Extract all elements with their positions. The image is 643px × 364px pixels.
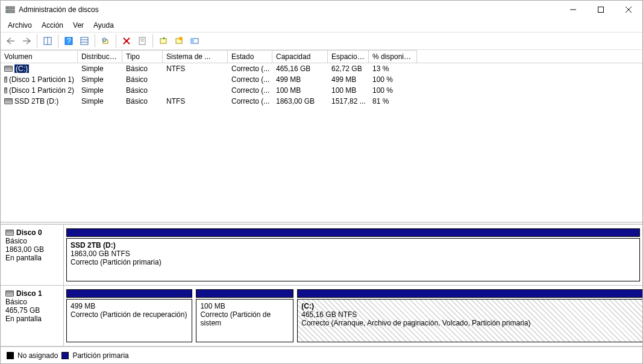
table-row[interactable]: (C:)SimpleBásicoNTFSCorrecto (...465,16 … — [1, 63, 642, 74]
volume-icon — [4, 87, 7, 93]
toolbar-separator — [37, 34, 37, 48]
back-button[interactable] — [4, 34, 17, 48]
table-header: Volumen Distribución Tipo Sistema de ...… — [1, 50, 642, 63]
table-row[interactable]: SSD 2TB (D:)SimpleBásicoNTFSCorrecto (..… — [1, 96, 642, 107]
partition-box[interactable]: SSD 2TB (D:)1863,00 GB NTFSCorrecto (Par… — [66, 238, 640, 281]
toolbar-separator — [58, 34, 58, 48]
cell-disponible: 100 % — [369, 75, 417, 84]
menu-ayuda[interactable]: Ayuda — [90, 20, 118, 31]
legend-unallocated-swatch — [7, 352, 14, 359]
column-disponible[interactable]: % disponible — [369, 50, 417, 63]
column-espacio[interactable]: Espacio ... — [328, 50, 369, 63]
table-row[interactable]: (Disco 1 Partición 2)SimpleBásicoCorrect… — [1, 85, 642, 96]
partition-box[interactable]: 499 MBCorrecto (Partición de recuperació… — [66, 299, 192, 342]
toolbar-separator — [95, 34, 95, 48]
partition-size: 1863,00 GB NTFS — [71, 249, 636, 258]
cell-estado: Correcto (... — [228, 64, 272, 74]
disk-type: Básico — [5, 237, 58, 245]
disk-info[interactable]: Disco 1Básico465,75 GBEn pantalla — [1, 286, 64, 346]
menu-accion[interactable]: Acción — [38, 20, 67, 31]
disk-partitions: SSD 2TB (D:)1863,00 GB NTFSCorrecto (Par… — [64, 225, 642, 285]
column-tipo[interactable]: Tipo — [122, 50, 163, 63]
minimize-button[interactable] — [559, 1, 587, 19]
partition-bar[interactable] — [66, 289, 192, 298]
cell-estado: Correcto (... — [228, 75, 272, 84]
volume-rows: (C:)SimpleBásicoNTFSCorrecto (...465,16 … — [1, 63, 642, 222]
table-row[interactable]: (Disco 1 Partición 1)SimpleBásicoCorrect… — [1, 74, 642, 85]
toolbar: ? — [1, 32, 642, 50]
legend-primary-label: Partición primaria — [72, 351, 128, 360]
partition-size: 100 MB — [200, 302, 289, 310]
cell-espacio: 62,72 GB — [328, 64, 369, 74]
cell-sistema — [163, 79, 228, 80]
cell-estado: Correcto (... — [228, 86, 272, 95]
volume-list-pane: Volumen Distribución Tipo Sistema de ...… — [1, 50, 642, 222]
partition-title: SSD 2TB (D:) — [71, 241, 636, 249]
svg-point-2 — [7, 7, 8, 8]
help-button[interactable]: ? — [62, 34, 75, 48]
cell-distribucion: Simple — [78, 64, 122, 74]
menu-archivo[interactable]: Archivo — [4, 20, 36, 31]
cell-tipo: Básico — [122, 86, 163, 95]
list-view-button[interactable] — [78, 34, 91, 48]
volume-icon — [4, 66, 13, 72]
column-capacidad[interactable]: Capacidad — [272, 50, 328, 63]
forward-button[interactable] — [20, 34, 33, 48]
close-button[interactable] — [615, 1, 642, 19]
disk-status: En pantalla — [5, 315, 58, 323]
menu-ver[interactable]: Ver — [69, 20, 87, 31]
partition-status: Correcto (Arranque, Archivo de paginació… — [301, 319, 643, 327]
partition-bar[interactable] — [297, 289, 643, 298]
partition-status: Correcto (Partición de recuperación) — [71, 310, 188, 319]
disk-status: En pantalla — [5, 254, 58, 262]
graphical-view: Disco 0Básico1863,00 GBEn pantallaSSD 2T… — [1, 225, 642, 347]
partition-bar[interactable] — [66, 228, 640, 237]
cell-distribucion: Simple — [78, 96, 122, 106]
toolbar-separator — [152, 34, 153, 48]
maximize-button[interactable] — [587, 1, 615, 19]
legend-unallocated-label: No asignado — [17, 351, 58, 360]
cell-sistema: NTFS — [163, 96, 228, 106]
volume-icon — [4, 77, 7, 83]
view-panes-button[interactable] — [41, 34, 54, 48]
disk-info[interactable]: Disco 0Básico1863,00 GBEn pantalla — [1, 225, 64, 285]
action3-button[interactable] — [188, 34, 201, 48]
svg-text:?: ? — [67, 37, 71, 45]
cell-capacidad: 1863,00 GB — [272, 96, 328, 106]
action2-button[interactable] — [172, 34, 186, 48]
svg-rect-22 — [160, 39, 166, 43]
partition-box[interactable]: (C:)465,16 GB NTFSCorrecto (Arranque, Ar… — [297, 299, 643, 342]
window-title: Administración de discos — [19, 5, 559, 14]
delete-button[interactable] — [120, 34, 133, 48]
cell-capacidad: 100 MB — [272, 86, 328, 95]
action1-button[interactable] — [157, 34, 170, 48]
partition-box[interactable]: 100 MBCorrecto (Partición de sistem — [196, 299, 293, 342]
refresh-button[interactable] — [99, 34, 112, 48]
disk-icon — [5, 290, 14, 297]
toolbar-separator — [116, 34, 116, 48]
app-icon — [5, 5, 15, 14]
column-distribucion[interactable]: Distribución — [78, 50, 122, 63]
partition-size: 465,16 GB NTFS — [301, 310, 643, 319]
column-sistema[interactable]: Sistema de ... — [163, 50, 228, 63]
disk-name: Disco 1 — [16, 289, 42, 298]
svg-rect-5 — [598, 7, 604, 13]
cell-disponible: 100 % — [369, 86, 417, 95]
cell-volumen: SSD 2TB (D:) — [1, 96, 78, 106]
svg-rect-26 — [191, 39, 194, 43]
cell-capacidad: 499 MB — [272, 75, 328, 84]
partition-status: Correcto (Partición primaria) — [71, 258, 636, 266]
column-estado[interactable]: Estado — [228, 50, 272, 63]
legend: No asignado Partición primaria — [1, 347, 642, 363]
cell-sistema: NTFS — [163, 64, 228, 74]
cell-disponible: 81 % — [369, 96, 417, 106]
cell-volumen: (C:) — [1, 64, 78, 74]
cell-espacio: 100 MB — [328, 86, 369, 95]
partition-bar[interactable] — [196, 289, 293, 298]
column-volumen[interactable]: Volumen — [1, 50, 78, 63]
properties-button[interactable] — [136, 34, 149, 48]
partition-status: Correcto (Partición de sistem — [200, 310, 289, 327]
disk-partitions: 499 MBCorrecto (Partición de recuperació… — [64, 286, 642, 346]
cell-espacio: 1517,82 ... — [328, 96, 369, 106]
svg-point-24 — [179, 37, 183, 40]
